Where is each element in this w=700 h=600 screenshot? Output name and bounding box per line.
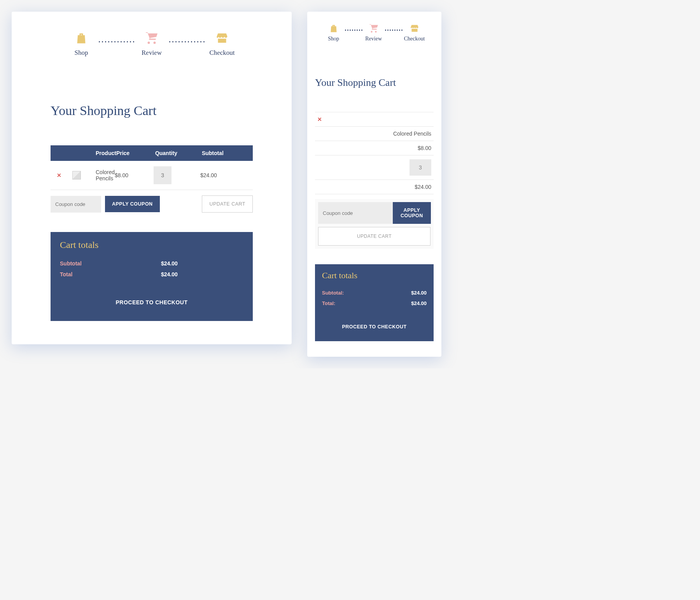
coupon-input[interactable]	[51, 196, 101, 213]
step-label: Shop	[328, 36, 339, 42]
subtotal-row: Subtotal: $24.00	[322, 288, 427, 298]
total-label: Total:	[322, 300, 335, 306]
update-cart-button[interactable]: UPDATE CART	[202, 195, 253, 213]
subtotal-value: $24.00	[411, 290, 427, 296]
product-quantity	[154, 166, 200, 184]
page-title: Your Shopping Cart	[51, 103, 292, 118]
update-cart-button[interactable]: UPDATE CART	[318, 227, 430, 246]
remove-item-button[interactable]: ✕	[57, 172, 72, 178]
step-label: Checkout	[404, 36, 425, 42]
apply-coupon-button[interactable]: APPLY COUPON	[105, 196, 160, 212]
product-subtotal: $24.00	[415, 184, 431, 190]
col-subtotal: Subtotal	[202, 150, 248, 156]
cart-row-name: Colored Pencils	[315, 127, 434, 141]
store-icon	[410, 23, 420, 33]
subtotal-label: Subtotal	[60, 260, 161, 267]
cart-row-remove: ✕	[315, 112, 434, 127]
total-value: $24.00	[411, 300, 427, 306]
shopping-bag-icon	[329, 23, 339, 33]
subtotal-value: $24.00	[161, 260, 178, 267]
step-shop[interactable]: Shop	[324, 23, 343, 42]
coupon-input[interactable]	[318, 202, 393, 224]
col-product: Product	[96, 150, 116, 156]
product-name[interactable]: Colored Pencils	[96, 169, 115, 181]
total-row: Total $24.00	[60, 269, 243, 280]
product-price: $8.00	[418, 145, 431, 151]
remove-item-button[interactable]: ✕	[317, 116, 322, 122]
cart-mobile-view: Shop Review Checkout Your Shopping Cart …	[307, 12, 441, 357]
col-quantity: Quantity	[155, 150, 202, 156]
step-label: Review	[365, 36, 382, 42]
step-label: Review	[142, 49, 162, 57]
product-price: $8.00	[115, 172, 154, 178]
cart-table: Product Price Quantity Subtotal ✕ Colore…	[51, 145, 253, 213]
image-placeholder-icon	[72, 171, 81, 180]
total-label: Total	[60, 271, 161, 277]
totals-title: Cart totals	[60, 240, 243, 250]
apply-coupon-button[interactable]: APPLY COUPON	[393, 202, 431, 224]
step-label: Checkout	[209, 49, 234, 57]
store-icon	[215, 31, 229, 45]
cart-row-qty	[315, 155, 434, 180]
step-review[interactable]: Review	[138, 31, 165, 57]
col-price: Price	[116, 150, 155, 156]
subtotal-label: Subtotal:	[322, 290, 344, 296]
step-review[interactable]: Review	[364, 23, 383, 42]
cart-totals: Cart totals Subtotal: $24.00 Total: $24.…	[315, 264, 434, 341]
step-divider	[169, 41, 205, 42]
cart-table-header: Product Price Quantity Subtotal	[51, 145, 253, 161]
cart-list: ✕ Colored Pencils $8.00 $24.00	[315, 112, 434, 194]
step-checkout[interactable]: Checkout	[404, 23, 425, 42]
step-checkout[interactable]: Checkout	[208, 31, 236, 57]
proceed-to-checkout-button[interactable]: PROCEED TO CHECKOUT	[322, 324, 427, 330]
step-divider	[385, 30, 402, 31]
cart-actions: APPLY COUPON UPDATE CART	[51, 190, 253, 213]
cart-row: ✕ Colored Pencils $8.00 $24.00	[51, 161, 253, 190]
shopping-bag-icon	[74, 31, 88, 45]
cart-actions: APPLY COUPON UPDATE CART	[315, 199, 434, 249]
cart-desktop-view: Shop Review Checkout Your Shopping Cart …	[12, 12, 292, 344]
proceed-to-checkout-button[interactable]: PROCEED TO CHECKOUT	[60, 299, 243, 305]
quantity-input[interactable]	[154, 166, 172, 184]
step-shop[interactable]: Shop	[68, 31, 95, 57]
step-label: Shop	[75, 49, 88, 57]
cart-totals: Cart totals Subtotal $24.00 Total $24.00…	[51, 232, 253, 321]
total-row: Total: $24.00	[322, 298, 427, 309]
product-subtotal: $24.00	[200, 172, 247, 178]
total-value: $24.00	[161, 271, 178, 277]
subtotal-row: Subtotal $24.00	[60, 258, 243, 269]
checkout-stepper: Shop Review Checkout	[12, 31, 292, 57]
page-title: Your Shopping Cart	[315, 77, 434, 89]
cart-row-price: $8.00	[315, 141, 434, 155]
product-name[interactable]: Colored Pencils	[393, 131, 431, 137]
totals-title: Cart totals	[322, 270, 427, 281]
checkout-stepper: Shop Review Checkout	[307, 23, 441, 42]
step-divider	[345, 30, 362, 31]
step-divider	[99, 41, 134, 42]
cart-row-subtotal: $24.00	[315, 180, 434, 194]
cart-icon	[369, 23, 379, 33]
cart-icon	[145, 31, 159, 45]
product-thumbnail[interactable]	[72, 171, 96, 180]
quantity-input[interactable]	[410, 159, 431, 176]
